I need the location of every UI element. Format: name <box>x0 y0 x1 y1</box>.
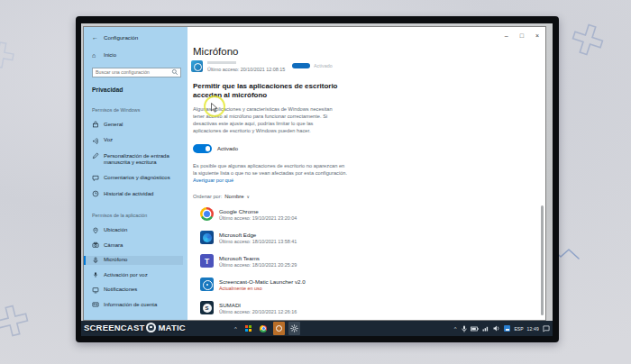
back-arrow-icon: ← <box>92 34 99 41</box>
screencast-o-matic-watermark: SCREENCAST MATIC <box>84 323 186 332</box>
sidebar-item-label: Cámara <box>104 242 123 249</box>
window-controls: – □ × <box>505 32 539 39</box>
sidebar-item-inking-typing[interactable]: Personalización de entrada manuscrita y … <box>84 152 183 167</box>
app-name: Microsoft Edge <box>219 231 297 238</box>
app-status: Último acceso: 18/10/2021 13:58:41 <box>219 239 297 244</box>
section-label-windows-permissions: Permisos de Windows <box>84 107 183 113</box>
sidebar-item-microphone-selected[interactable]: Micrófono <box>84 256 183 265</box>
page-title: Micrófono <box>193 46 239 57</box>
sidebar-item-notifications[interactable]: Notificaciones <box>84 286 183 295</box>
app-status-in-use: Actualmente en uso <box>219 286 306 291</box>
list-item-sumadi: SUMADI Último acceso: 20/10/2021 12:26:1… <box>200 301 536 314</box>
window-title: Configuración <box>104 34 138 41</box>
clipped-toggle[interactable] <box>292 63 310 68</box>
system-tray: ^ ESP 12:49 <box>454 321 550 336</box>
settings-sidebar: ← Configuración ⌂ Inicio Pr <box>84 27 187 320</box>
home-label: Inicio <box>104 52 116 59</box>
speech-waves-icon <box>92 137 99 144</box>
minimize-button[interactable]: – <box>505 32 508 39</box>
sidebar-item-label: Información de cuenta <box>104 302 157 308</box>
battery-icon[interactable] <box>471 326 479 332</box>
language-indicator[interactable]: ESP <box>514 326 523 332</box>
clipped-text-line <box>207 61 236 64</box>
microphone-icon <box>92 257 99 264</box>
settings-search-box[interactable] <box>92 68 181 77</box>
touch-keyboard-icon[interactable] <box>504 325 510 332</box>
sidebar-item-camera[interactable]: Cámara <box>84 241 183 250</box>
scrolled-list-item: Último acceso: 20/10/2021 12:08:15 <box>191 60 285 72</box>
close-button[interactable]: × <box>535 32 539 39</box>
screencast-o-matic-logo-icon <box>146 323 156 332</box>
taskbar-app-icons: ^ <box>234 321 300 336</box>
section-label-app-permissions: Permisos de la aplicación <box>84 213 183 218</box>
app-permission-list: Google Chrome Último acceso: 19/10/2021 … <box>200 207 536 324</box>
list-item-microsoft-edge: Microsoft Edge Último acceso: 18/10/2021… <box>200 231 536 244</box>
lock-icon <box>92 121 99 128</box>
chrome-icon <box>200 207 214 221</box>
sort-value: Nombre <box>224 194 243 199</box>
sidebar-item-activity-history[interactable]: Historial de actividad <box>84 190 183 199</box>
selected-indicator-bar <box>84 256 86 265</box>
watermark-text: MATIC <box>158 323 185 332</box>
scrollbar-thumb[interactable] <box>541 205 544 315</box>
mouse-cursor-icon <box>211 103 218 113</box>
sidebar-item-feedback[interactable]: Comentarios y diagnósticos <box>84 174 183 183</box>
sidebar-item-general[interactable]: General <box>84 121 183 130</box>
volume-icon[interactable] <box>493 325 500 332</box>
sidebar-item-label: Activación por voz <box>104 272 148 278</box>
sidebar-item-label: Voz <box>104 137 113 143</box>
mic-waves-icon <box>92 271 99 278</box>
sidebar-item-home[interactable]: ⌂ Inicio <box>84 51 183 59</box>
photo-background: ← Configuración ⌂ Inicio Pr <box>0 0 631 364</box>
account-card-icon <box>92 301 99 308</box>
teams-icon <box>200 254 214 268</box>
chevron-down-icon: ∨ <box>247 195 250 199</box>
feedback-bubble-icon <box>92 175 99 182</box>
sidebar-item-label: Ubicación <box>104 227 127 233</box>
toggle-state-label: Activado <box>217 146 238 151</box>
tray-mic-icon[interactable] <box>462 325 467 332</box>
tray-caret[interactable]: ^ <box>454 326 457 332</box>
sidebar-item-voice-activation[interactable]: Activación por voz <box>84 271 183 280</box>
learn-more-link[interactable]: Averiguar por qué <box>193 177 233 183</box>
search-icon <box>171 68 178 76</box>
sidebar-item-label: Historial de actividad <box>104 191 153 197</box>
last-access-text: Último acceso: 20/10/2021 12:08:15 <box>207 67 285 72</box>
desktop-screen: ← Configuración ⌂ Inicio Pr <box>81 23 553 336</box>
home-icon: ⌂ <box>92 52 99 59</box>
app-name: SUMADI <box>219 301 297 308</box>
clock[interactable]: 12:49 <box>526 326 539 332</box>
back-button[interactable]: ← Configuración <box>84 33 183 41</box>
monitor-bezel: ← Configuración ⌂ Inicio Pr <box>76 16 559 342</box>
desktop-apps-toggle-row: Activado <box>193 144 238 153</box>
app-icon <box>191 60 203 72</box>
camera-icon <box>92 241 99 249</box>
gear-icon <box>290 324 298 332</box>
list-item-google-chrome: Google Chrome Último acceso: 19/10/2021 … <box>200 207 536 221</box>
pen-icon <box>92 152 99 159</box>
app-status: Último acceso: 19/10/2021 23:20:04 <box>219 215 297 221</box>
taskbar: SCREENCAST MATIC ^ ^ <box>81 321 553 336</box>
network-icon[interactable] <box>482 325 489 332</box>
taskbar-screencast-icon-active[interactable] <box>273 322 285 335</box>
taskbar-chrome-icon[interactable] <box>258 322 270 335</box>
search-input[interactable] <box>93 69 171 75</box>
microphone-access-toggle[interactable] <box>193 144 212 153</box>
edge-icon <box>200 231 214 244</box>
taskbar-settings-gear-icon-active[interactable] <box>288 322 300 335</box>
taskbar-office-icon[interactable] <box>242 322 254 335</box>
sidebar-item-label: Comentarios y diagnósticos <box>104 175 170 181</box>
sort-dropdown[interactable]: Ordenar por: Nombre ∨ <box>193 194 250 199</box>
list-item-microsoft-teams: Microsoft Teams Último acceso: 18/10/202… <box>200 254 536 268</box>
sort-label: Ordenar por: <box>193 194 222 199</box>
sidebar-item-label: Micrófono <box>104 257 127 263</box>
sidebar-item-account-info[interactable]: Información de cuenta <box>84 301 183 310</box>
list-item-screencast-o-matic: Screencast-O-Matic Launcher v2.0 Actualm… <box>200 278 536 291</box>
privacy-page-title: Privacidad <box>84 86 183 93</box>
sidebar-item-voice[interactable]: Voz <box>84 136 183 145</box>
sidebar-item-location[interactable]: Ubicación <box>84 226 183 235</box>
action-center-icon[interactable] <box>543 325 550 332</box>
show-hidden-icons-caret[interactable]: ^ <box>234 326 237 332</box>
settings-main-pane: – □ × Micrófono Último acceso: 20/10/202… <box>187 27 545 320</box>
maximize-button[interactable]: □ <box>520 32 524 39</box>
